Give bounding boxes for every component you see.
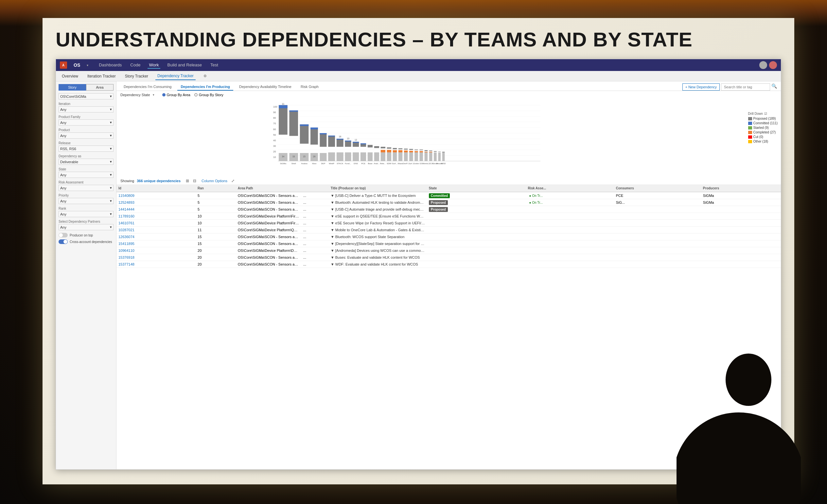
svg-rect-82: [387, 150, 391, 152]
col-rank: Ran: [196, 185, 236, 192]
svg-text:80: 80: [273, 116, 276, 119]
cell-producers: SiGMa: [701, 199, 781, 206]
deliverable-value: Deliverable: [60, 160, 78, 164]
tab-producing[interactable]: Dependencies I'm Producing: [177, 84, 233, 91]
product-select[interactable]: Any ▾: [58, 133, 113, 139]
search-icon[interactable]: 🔍: [771, 84, 777, 91]
id-link[interactable]: 11789160: [118, 214, 135, 218]
tab-availability[interactable]: Dependency Availability Timeline: [236, 84, 295, 91]
release-select[interactable]: RS5, RS6 ▾: [58, 146, 113, 152]
cell-consumers: [614, 247, 701, 254]
id-link[interactable]: 11540809: [118, 194, 135, 198]
story-toggle-btn[interactable]: Story: [58, 84, 86, 91]
iteration-select[interactable]: Any ▾: [58, 106, 113, 112]
product-family-select[interactable]: Any ▾: [58, 119, 113, 125]
settings-icon[interactable]: ⚙: [203, 74, 207, 78]
cell-id: 10964110: [116, 247, 196, 254]
id-link[interactable]: 12636074: [118, 235, 135, 239]
svg-text:70: 70: [273, 122, 276, 125]
nav-work[interactable]: Work: [148, 62, 160, 69]
tab-risk-graph[interactable]: Risk Graph: [297, 84, 322, 91]
vsts-topbar: A OS ▾ Dashboards Code Work Build and Re…: [56, 59, 781, 71]
subnav-dependency[interactable]: Dependency Tracker: [155, 72, 196, 80]
legend-completed: Completed (27): [748, 131, 778, 134]
expand-icon[interactable]: ⊞: [186, 179, 189, 183]
cell-title: ▼ [Dependency][StateSep] State separatio…: [329, 240, 427, 247]
id-link[interactable]: 10964110: [118, 249, 135, 252]
svg-rect-59: [345, 152, 351, 161]
svg-rect-72: [368, 152, 373, 161]
legend-other-label: Other (18): [753, 140, 769, 143]
project-dropdown-arrow[interactable]: ▾: [87, 63, 88, 67]
column-options-btn[interactable]: Column Options: [201, 179, 227, 183]
cell-id: 12636074: [116, 234, 196, 240]
nav-test[interactable]: Test: [209, 62, 220, 69]
svg-text:60: 60: [273, 128, 276, 131]
cell-risk: [526, 234, 614, 240]
vsts-window: A OS ▾ Dashboards Code Work Build and Re…: [56, 59, 781, 470]
id-link[interactable]: 14414444: [118, 207, 135, 211]
svg-rect-124: [442, 152, 445, 161]
deliverable-select[interactable]: Deliverable ▾: [58, 159, 113, 165]
user-icons: [759, 61, 777, 69]
bar-chart: 100 90 80 70 60 50 40 30 20 10: [120, 102, 693, 164]
cell-title: ▼ eSE Secure Wipe (or Factory Reset) Sup…: [329, 220, 427, 226]
state-select[interactable]: Any ▾: [58, 172, 113, 178]
risk-select[interactable]: Any ▾: [58, 185, 113, 191]
col-dots: [301, 185, 329, 192]
expand-fullscreen-icon[interactable]: ⤢: [231, 179, 235, 183]
group-by-story-option[interactable]: Group By Story: [194, 93, 224, 97]
id-link[interactable]: 15377148: [118, 262, 135, 266]
top-nav-items: Dashboards Code Work Build and Release T…: [97, 62, 220, 69]
cell-id: 15376918: [116, 254, 196, 261]
new-dependency-button[interactable]: + New Dependency: [682, 84, 720, 91]
priority-select[interactable]: Any ▾: [58, 198, 113, 204]
legend-cut-color: [748, 136, 752, 139]
group-by-area-option[interactable]: Group By Area: [162, 93, 190, 97]
area-toggle-btn[interactable]: Area: [86, 84, 113, 91]
state-badge: Committed: [429, 193, 450, 198]
drill-down-icon[interactable]: ☑: [764, 112, 767, 115]
nav-build[interactable]: Build and Release: [166, 62, 203, 69]
cell-state: [427, 234, 526, 240]
chart-legend: Drill Down ☑ Proposed (189) Committed (1…: [748, 112, 778, 144]
subnav-overview[interactable]: Overview: [60, 72, 80, 80]
dep-state-chevron[interactable]: ▾: [153, 93, 154, 97]
cell-dots: ...: [301, 261, 329, 268]
table-row: 12524893 5 OS\Core\SiGMa\SCON - Sensors …: [116, 199, 781, 206]
subnav-story[interactable]: Story Tracker: [123, 72, 150, 80]
nav-dashboards[interactable]: Dashboards: [97, 62, 123, 69]
svg-text:Evoke: Evoke: [413, 162, 419, 164]
cell-producers: [701, 254, 781, 261]
cell-state: [427, 240, 526, 247]
subnav-iteration[interactable]: Iteration Tracker: [85, 72, 118, 80]
svg-rect-30: [289, 110, 298, 112]
svg-text:30: 30: [273, 145, 276, 148]
cross-account-toggle[interactable]: [58, 239, 68, 244]
svg-text:100: 100: [273, 105, 278, 108]
nav-code[interactable]: Code: [129, 62, 142, 69]
tab-consuming[interactable]: Dependencies I'm Consuming: [120, 84, 175, 91]
collapse-icon[interactable]: ⊟: [193, 179, 196, 183]
id-link[interactable]: 10287021: [118, 228, 135, 232]
partners-select[interactable]: Any ▾: [58, 224, 113, 230]
cell-rank: 20: [196, 254, 236, 261]
svg-point-127: [677, 412, 801, 504]
svg-rect-117: [434, 151, 437, 152]
rank-select[interactable]: Any ▾: [58, 211, 113, 217]
legend-proposed: Proposed (189): [748, 117, 778, 120]
cell-id: 11540809: [116, 192, 196, 199]
area-path-select[interactable]: OS\Core\SiGMa ▾: [58, 93, 113, 99]
id-link[interactable]: 15376918: [118, 255, 135, 259]
producer-toggle[interactable]: [58, 233, 68, 238]
cell-consumers: [614, 220, 701, 226]
id-link[interactable]: 15411895: [118, 242, 135, 246]
id-link[interactable]: 14610761: [118, 221, 135, 225]
drill-down-text: Drill Down: [748, 112, 763, 115]
svg-text:20: 20: [273, 150, 276, 153]
cell-producers: [701, 213, 781, 220]
dependency-search[interactable]: [721, 84, 770, 91]
id-link[interactable]: 12524893: [118, 200, 135, 204]
svg-text:33: 33: [292, 155, 295, 158]
cell-consumers: PCE: [614, 192, 701, 199]
